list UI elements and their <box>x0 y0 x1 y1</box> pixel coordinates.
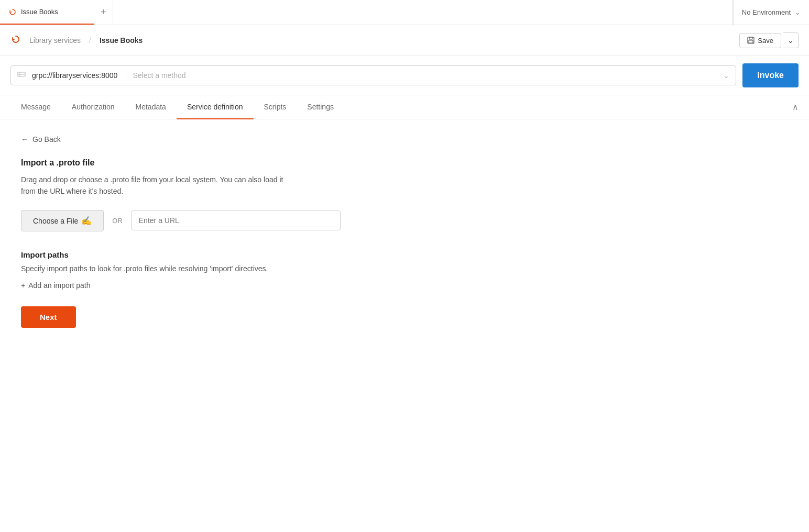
save-icon <box>747 37 755 44</box>
header-actions: Save ⌄ <box>739 32 799 48</box>
save-button[interactable]: Save <box>739 33 781 48</box>
choose-file-button[interactable]: Choose a File ✍ <box>21 210 104 231</box>
file-chooser-row: Choose a File ✍ OR <box>21 210 430 231</box>
app-content: Library services / Issue Books Save ⌄ <box>0 25 809 532</box>
url-text-input[interactable] <box>131 210 341 230</box>
environment-selector[interactable]: No Environment ⌄ <box>733 0 809 25</box>
main-content: ← Go Back Import a .proto file Drag and … <box>0 119 451 343</box>
svg-rect-2 <box>749 40 753 43</box>
cursor-icon: ✍ <box>81 216 92 226</box>
method-select[interactable]: Select a method ⌄ <box>126 66 736 85</box>
url-value[interactable]: grpc://libraryservices:8000 <box>32 66 126 85</box>
tab-icon <box>8 8 17 16</box>
add-path-label: Add an import path <box>28 281 90 290</box>
tab-service-definition[interactable]: Service definition <box>177 95 254 119</box>
top-bar: Issue Books + No Environment ⌄ <box>0 0 809 25</box>
tab-metadata[interactable]: Metadata <box>125 95 177 119</box>
grpc-icon <box>11 70 32 81</box>
header-row: Library services / Issue Books Save ⌄ <box>0 25 809 56</box>
breadcrumb-separator: / <box>89 36 91 45</box>
import-paths-title: Import paths <box>21 250 430 259</box>
tab-message[interactable]: Message <box>10 95 61 119</box>
go-back-label: Go Back <box>32 135 61 143</box>
next-button[interactable]: Next <box>21 306 76 328</box>
tab-scripts[interactable]: Scripts <box>254 95 297 119</box>
invoke-button[interactable]: Invoke <box>742 63 799 87</box>
import-title: Import a .proto file <box>21 158 430 168</box>
tabs-row: Message Authorization Metadata Service d… <box>0 95 809 119</box>
env-chevron-icon: ⌄ <box>795 8 801 16</box>
method-placeholder: Select a method <box>133 71 185 80</box>
new-tab-button[interactable]: + <box>94 0 113 25</box>
add-path-plus-icon: + <box>21 281 25 290</box>
breadcrumb-parent: Library services <box>29 36 81 45</box>
breadcrumb-current: Issue Books <box>100 36 143 45</box>
save-dropdown-button[interactable]: ⌄ <box>783 32 799 48</box>
method-chevron-icon: ⌄ <box>723 71 729 80</box>
active-tab[interactable]: Issue Books <box>0 0 94 25</box>
import-paths-desc: Specify import paths to look for .proto … <box>21 264 430 273</box>
url-input-wrap: grpc://libraryservices:8000 Select a met… <box>10 65 736 85</box>
add-import-path-button[interactable]: + Add an import path <box>21 281 430 290</box>
svg-rect-1 <box>749 37 752 39</box>
go-back-button[interactable]: ← Go Back <box>21 135 430 143</box>
import-description: Drag and drop or choose a .proto file fr… <box>21 174 430 197</box>
app-logo-icon <box>10 34 21 47</box>
save-label: Save <box>758 37 773 45</box>
tab-settings[interactable]: Settings <box>297 95 344 119</box>
url-row: grpc://libraryservices:8000 Select a met… <box>0 56 809 95</box>
save-chevron-icon: ⌄ <box>788 36 794 45</box>
or-label: OR <box>112 217 123 225</box>
tab-authorization[interactable]: Authorization <box>61 95 125 119</box>
go-back-arrow-icon: ← <box>21 135 28 143</box>
tab-label: Issue Books <box>21 8 58 16</box>
tabs-collapse-button[interactable]: ∧ <box>792 102 799 112</box>
